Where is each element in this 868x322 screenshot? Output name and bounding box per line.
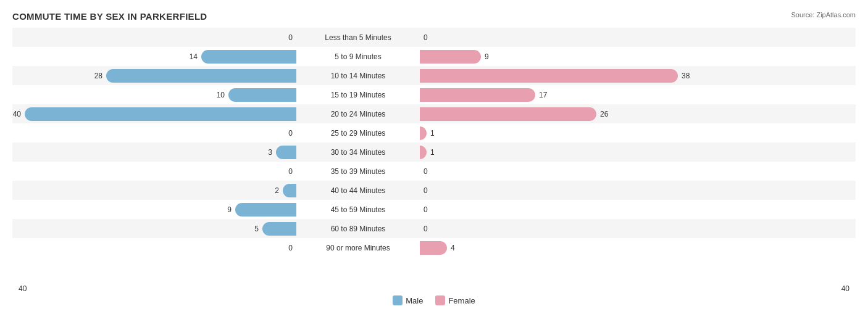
legend-female: Female	[435, 295, 475, 305]
male-value: 2	[267, 186, 279, 195]
bar-male	[25, 107, 296, 121]
row-label: 5 to 9 Minutes	[296, 52, 420, 61]
male-value: 10	[212, 91, 225, 99]
male-value: 3	[260, 148, 272, 157]
female-value: 1	[430, 148, 435, 157]
legend-female-box	[435, 295, 445, 305]
female-value: 0	[424, 33, 428, 42]
row-label: 90 or more Minutes	[296, 244, 420, 252]
bar-male	[106, 69, 296, 83]
legend-male: Male	[393, 295, 423, 305]
male-value: 0	[280, 167, 293, 176]
row-label: 25 to 29 Minutes	[296, 129, 420, 138]
female-value: 4	[451, 244, 455, 252]
bar-male	[235, 203, 296, 217]
row-label: 45 to 59 Minutes	[296, 205, 420, 214]
female-value: 17	[539, 91, 547, 99]
bar-female	[420, 126, 427, 140]
bar-female	[420, 50, 481, 64]
row-label: 60 to 89 Minutes	[296, 225, 420, 233]
male-value: 5	[246, 225, 259, 233]
male-value: 0	[280, 244, 293, 252]
bar-female	[420, 107, 596, 121]
row-label: 30 to 34 Minutes	[296, 148, 420, 157]
bar-male	[262, 222, 296, 236]
axis-left-label: 40	[12, 284, 296, 293]
female-value: 26	[600, 110, 608, 118]
table-row: 4020 to 24 Minutes26	[12, 104, 856, 123]
chart-container: COMMUTE TIME BY SEX IN PARKERFIELD Sourc…	[0, 0, 868, 322]
table-row: 090 or more Minutes4	[12, 238, 856, 257]
row-label: 35 to 39 Minutes	[296, 167, 420, 176]
male-value: 14	[185, 52, 198, 61]
table-row: 330 to 34 Minutes1	[12, 142, 856, 162]
table-row: 025 to 29 Minutes1	[12, 123, 856, 142]
male-value: 40	[9, 110, 21, 118]
axis-labels: 40 40	[12, 284, 856, 293]
bar-male	[276, 146, 296, 159]
male-value: 0	[280, 33, 293, 42]
legend: Male Female	[12, 295, 856, 305]
bar-female	[420, 69, 678, 83]
chart-area: 0Less than 5 Minutes0145 to 9 Minutes928…	[12, 28, 856, 281]
legend-male-box	[393, 295, 403, 305]
table-row: 945 to 59 Minutes0	[12, 200, 856, 219]
table-row: 1015 to 19 Minutes17	[12, 85, 856, 104]
chart-title: COMMUTE TIME BY SEX IN PARKERFIELD	[12, 11, 856, 22]
bar-female	[420, 241, 447, 255]
row-label: Less than 5 Minutes	[296, 33, 420, 42]
axis-right-label: 40	[572, 284, 856, 293]
male-value: 0	[280, 129, 293, 138]
legend-female-label: Female	[448, 296, 475, 305]
row-label: 20 to 24 Minutes	[296, 110, 420, 118]
table-row: 035 to 39 Minutes0	[12, 162, 856, 181]
female-value: 38	[682, 72, 690, 80]
row-label: 10 to 14 Minutes	[296, 72, 420, 80]
table-row: 0Less than 5 Minutes0	[12, 28, 856, 47]
table-row: 145 to 9 Minutes9	[12, 47, 856, 66]
female-value: 0	[424, 225, 428, 233]
source-text: Source: ZipAtlas.com	[791, 11, 856, 19]
female-value: 9	[485, 52, 489, 61]
male-value: 9	[219, 205, 232, 214]
female-value: 0	[424, 167, 428, 176]
bar-female	[420, 88, 535, 102]
bar-male	[228, 88, 296, 102]
legend-male-label: Male	[406, 296, 423, 305]
table-row: 560 to 89 Minutes0	[12, 219, 856, 238]
row-label: 15 to 19 Minutes	[296, 91, 420, 99]
female-value: 0	[424, 205, 428, 214]
table-row: 240 to 44 Minutes0	[12, 181, 856, 200]
bar-male	[283, 184, 296, 197]
female-value: 0	[424, 186, 428, 195]
table-row: 2810 to 14 Minutes38	[12, 66, 856, 85]
male-value: 28	[90, 72, 102, 80]
bar-male	[201, 50, 296, 64]
row-label: 40 to 44 Minutes	[296, 186, 420, 195]
bar-female	[420, 146, 427, 159]
female-value: 1	[430, 129, 435, 138]
